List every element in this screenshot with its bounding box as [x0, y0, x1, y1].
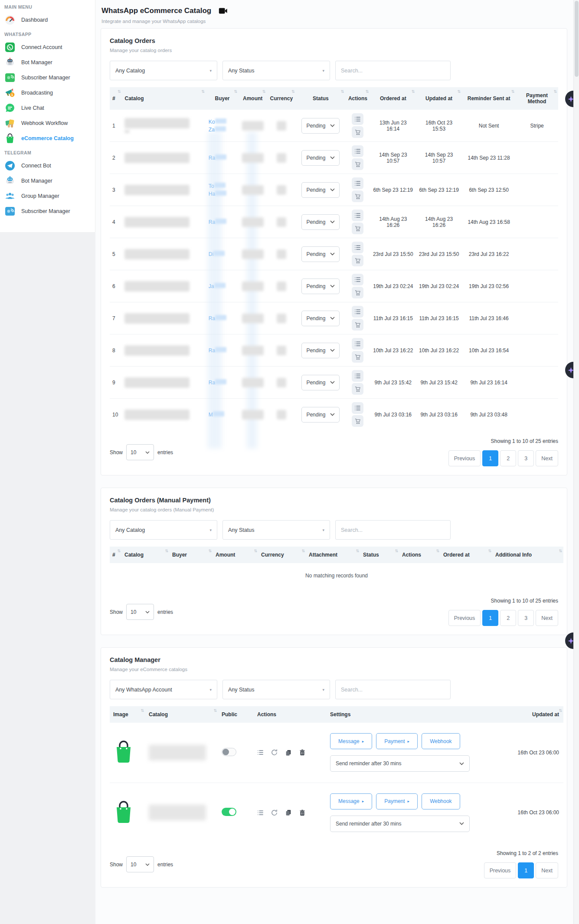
order-status-select[interactable]: Pending	[301, 246, 340, 262]
order-items-button[interactable]	[352, 145, 363, 157]
webhook-settings-button[interactable]: Webhook	[422, 733, 460, 749]
column-header-catalog[interactable]: Catalog⇅	[122, 87, 206, 110]
column-header-image[interactable]: Image⇅	[110, 706, 145, 723]
order-items-button[interactable]	[352, 113, 363, 125]
previous-page-button[interactable]: Previous	[448, 450, 481, 466]
entries-per-page-select[interactable]: 10	[126, 856, 154, 872]
order-cart-button[interactable]	[352, 383, 363, 395]
order-items-button[interactable]	[352, 306, 363, 318]
order-status-select[interactable]: Pending	[301, 182, 340, 198]
order-items-button[interactable]	[352, 338, 363, 350]
buyer-link[interactable]: M	[206, 399, 239, 431]
page-1-button[interactable]: 1	[482, 450, 498, 466]
buyer-link[interactable]: Ra	[206, 367, 239, 399]
search-input[interactable]	[335, 61, 451, 80]
reminder-interval-select[interactable]: Send reminder after 30 mins	[330, 755, 470, 772]
duplicate-catalog-button[interactable]	[285, 749, 292, 756]
column-header-updated-at[interactable]: Updated at⇅	[500, 706, 563, 723]
order-status-select[interactable]: Pending	[301, 407, 340, 423]
sidebar-item-dashboard[interactable]: Dashboard	[0, 12, 95, 27]
order-items-button[interactable]	[352, 274, 363, 285]
page-2-button[interactable]: 2	[500, 610, 516, 626]
column-header-buyer[interactable]: Buyer⇅	[206, 87, 239, 110]
delete-catalog-button[interactable]	[299, 809, 306, 816]
message-settings-button[interactable]: Message▸	[330, 733, 372, 749]
column-header-actions[interactable]: Actions	[254, 706, 327, 723]
video-camera-icon[interactable]	[218, 6, 228, 16]
order-status-select[interactable]: Pending	[301, 343, 340, 358]
sync-catalog-button[interactable]	[271, 749, 278, 756]
column-header-amount[interactable]: Amount⇅	[239, 87, 267, 110]
buyer-link[interactable]: Ja	[206, 270, 239, 302]
order-cart-button[interactable]	[352, 351, 363, 363]
catalog-items-button[interactable]	[257, 809, 264, 816]
page-3-button[interactable]: 3	[518, 610, 534, 626]
sidebar-item-wa-bot-manager[interactable]: Bot Manager	[0, 55, 95, 70]
order-status-select[interactable]: Pending	[301, 214, 340, 230]
public-toggle[interactable]	[222, 748, 236, 756]
sync-catalog-button[interactable]	[271, 809, 278, 816]
order-cart-button[interactable]	[352, 319, 363, 331]
page-3-button[interactable]: 3	[518, 450, 534, 466]
column-header-actions[interactable]: Actions⇅	[399, 547, 441, 563]
column-header-additional-info[interactable]: Additional Info⇅	[493, 547, 563, 563]
sidebar-item-wa-subscriber-manager[interactable]: Subscriber Manager	[0, 70, 95, 85]
buyer-link[interactable]: ToHa	[206, 174, 239, 206]
catalog-filter-select[interactable]: Any Catalog▾	[110, 61, 217, 80]
order-items-button[interactable]	[352, 242, 363, 253]
order-status-select[interactable]: Pending	[301, 150, 340, 166]
buyer-link[interactable]: Di	[206, 238, 239, 270]
column-header-catalog[interactable]: Catalog⇅	[145, 706, 218, 723]
sidebar-item-webhook-workflow[interactable]: Webhook Workflow	[0, 115, 95, 131]
entries-per-page-select[interactable]: 10	[126, 444, 154, 460]
order-status-select[interactable]: Pending	[301, 375, 340, 390]
column-header-ordered-at[interactable]: Ordered at⇅	[441, 547, 493, 563]
previous-page-button[interactable]: Previous	[448, 610, 481, 626]
column-header-buyer[interactable]: Buyer⇅	[170, 547, 213, 563]
page-1-button[interactable]: 1	[518, 862, 534, 878]
page-1-button[interactable]: 1	[482, 610, 498, 626]
order-cart-button[interactable]	[352, 255, 363, 266]
message-settings-button[interactable]: Message▸	[330, 793, 372, 809]
order-status-select[interactable]: Pending	[301, 279, 340, 294]
column-header-settings[interactable]: Settings	[327, 706, 500, 723]
catalog-filter-select[interactable]: Any Catalog▾	[110, 520, 217, 540]
order-items-button[interactable]	[352, 210, 363, 221]
sidebar-item-connect-bot[interactable]: Connect Bot	[0, 158, 95, 173]
order-cart-button[interactable]	[352, 190, 363, 202]
sidebar-item-live-chat[interactable]: Live Chat	[0, 100, 95, 115]
payment-settings-button[interactable]: Payment▸	[376, 793, 418, 809]
sidebar-item-ecommerce-catalog[interactable]: eCommerce Catalog	[0, 131, 95, 146]
buyer-link[interactable]: Ra	[206, 302, 239, 334]
webhook-settings-button[interactable]: Webhook	[422, 793, 460, 809]
buyer-link[interactable]: Ra	[206, 142, 239, 174]
order-items-button[interactable]	[352, 402, 363, 414]
column-header-payment-method[interactable]: Payment Method⇅	[516, 87, 558, 110]
catalog-items-button[interactable]	[257, 749, 264, 756]
order-cart-button[interactable]	[352, 126, 363, 138]
previous-page-button[interactable]: Previous	[484, 862, 517, 878]
reminder-interval-select[interactable]: Send reminder after 30 mins	[330, 816, 470, 832]
status-filter-select[interactable]: Any Status▾	[222, 680, 330, 699]
column-header-status[interactable]: Status⇅	[296, 87, 345, 110]
column-header-updated-at[interactable]: Updated at⇅	[416, 87, 462, 110]
column-header-catalog[interactable]: Catalog⇅	[122, 547, 170, 563]
order-items-button[interactable]	[352, 177, 363, 189]
order-cart-button[interactable]	[352, 287, 363, 298]
sidebar-item-broadcasting[interactable]: 1 Broadcasting	[0, 85, 95, 100]
search-input[interactable]	[335, 520, 451, 540]
column-header-status[interactable]: Status⇅	[360, 547, 399, 563]
whatsapp-account-filter-select[interactable]: Any WhatsApp Account▾	[110, 680, 217, 699]
buyer-link[interactable]: Ra	[206, 206, 239, 238]
duplicate-catalog-button[interactable]	[285, 809, 292, 816]
order-status-select[interactable]: Pending	[301, 118, 340, 134]
column-header-ordered-at[interactable]: Ordered at⇅	[370, 87, 416, 110]
column-header-attachment[interactable]: Attachment⇅	[306, 547, 360, 563]
buyer-link[interactable]: KoZa	[206, 110, 239, 142]
delete-catalog-button[interactable]	[299, 749, 306, 756]
order-status-select[interactable]: Pending	[301, 311, 340, 326]
next-page-button[interactable]: Next	[536, 862, 558, 878]
search-input[interactable]	[335, 680, 451, 699]
order-items-button[interactable]	[352, 370, 363, 382]
sidebar-item-tg-bot-manager[interactable]: Bot Manager	[0, 173, 95, 188]
